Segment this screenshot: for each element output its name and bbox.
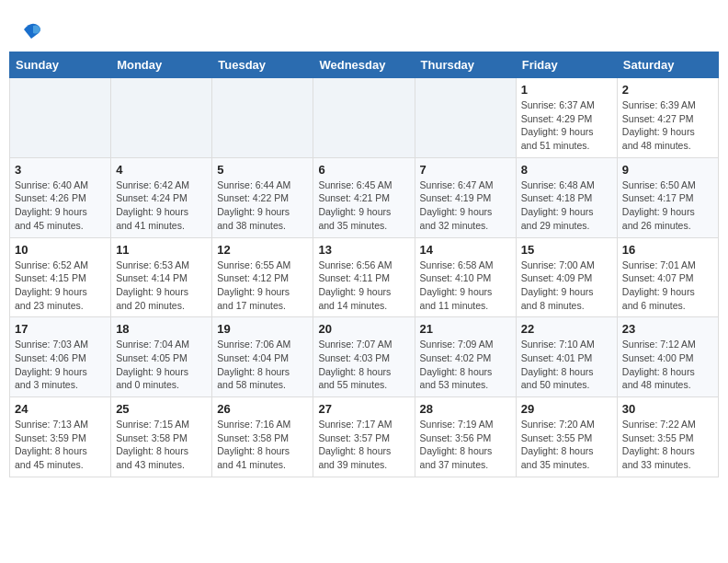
day-info: Sunrise: 7:17 AMSunset: 3:57 PMDaylight:… (318, 418, 409, 472)
day-number: 1 (521, 83, 612, 97)
day-number: 28 (420, 402, 511, 416)
table-row: 7Sunrise: 6:47 AMSunset: 4:19 PMDaylight… (415, 157, 516, 237)
day-number: 9 (622, 163, 713, 177)
day-number: 20 (318, 322, 409, 336)
day-number: 25 (116, 402, 207, 416)
day-info: Sunrise: 7:07 AMSunset: 4:03 PMDaylight:… (318, 338, 409, 392)
table-row: 28Sunrise: 7:19 AMSunset: 3:56 PMDayligh… (415, 397, 516, 477)
day-number: 24 (15, 402, 106, 416)
day-number: 15 (521, 243, 612, 257)
table-row: 10Sunrise: 6:52 AMSunset: 4:15 PMDayligh… (10, 237, 111, 317)
day-info: Sunrise: 7:12 AMSunset: 4:00 PMDaylight:… (622, 338, 713, 392)
table-row: 3Sunrise: 6:40 AMSunset: 4:26 PMDaylight… (10, 157, 111, 237)
table-row: 22Sunrise: 7:10 AMSunset: 4:01 PMDayligh… (516, 317, 617, 397)
table-row: 6Sunrise: 6:45 AMSunset: 4:21 PMDaylight… (313, 157, 415, 237)
table-row: 24Sunrise: 7:13 AMSunset: 3:59 PMDayligh… (10, 397, 111, 477)
day-info: Sunrise: 6:55 AMSunset: 4:12 PMDaylight:… (217, 259, 308, 313)
table-row: 16Sunrise: 7:01 AMSunset: 4:07 PMDayligh… (617, 237, 718, 317)
calendar: SundayMondayTuesdayWednesdayThursdayFrid… (9, 52, 719, 477)
table-row: 26Sunrise: 7:16 AMSunset: 3:58 PMDayligh… (212, 397, 313, 477)
table-row: 23Sunrise: 7:12 AMSunset: 4:00 PMDayligh… (617, 317, 718, 397)
table-row: 15Sunrise: 7:00 AMSunset: 4:09 PMDayligh… (516, 237, 617, 317)
table-row: 12Sunrise: 6:55 AMSunset: 4:12 PMDayligh… (212, 237, 313, 317)
day-number: 29 (521, 402, 612, 416)
day-info: Sunrise: 7:09 AMSunset: 4:02 PMDaylight:… (420, 338, 511, 392)
table-row: 18Sunrise: 7:04 AMSunset: 4:05 PMDayligh… (111, 317, 212, 397)
day-info: Sunrise: 6:39 AMSunset: 4:27 PMDaylight:… (622, 98, 713, 153)
table-row: 5Sunrise: 6:44 AMSunset: 4:22 PMDaylight… (212, 157, 313, 237)
table-row: 20Sunrise: 7:07 AMSunset: 4:03 PMDayligh… (313, 317, 415, 397)
table-row: 30Sunrise: 7:22 AMSunset: 3:55 PMDayligh… (617, 397, 718, 477)
table-row: 17Sunrise: 7:03 AMSunset: 4:06 PMDayligh… (10, 317, 111, 397)
day-number: 4 (116, 163, 207, 177)
day-info: Sunrise: 7:20 AMSunset: 3:55 PMDaylight:… (521, 418, 612, 472)
week-row-3: 10Sunrise: 6:52 AMSunset: 4:15 PMDayligh… (10, 237, 719, 317)
day-number: 21 (420, 322, 511, 336)
table-row: 11Sunrise: 6:53 AMSunset: 4:14 PMDayligh… (111, 237, 212, 317)
day-info: Sunrise: 6:52 AMSunset: 4:15 PMDaylight:… (15, 259, 106, 313)
day-info: Sunrise: 7:01 AMSunset: 4:07 PMDaylight:… (622, 259, 713, 313)
day-number: 18 (116, 322, 207, 336)
day-number: 27 (318, 402, 409, 416)
day-number: 10 (15, 243, 106, 257)
day-number: 5 (217, 163, 308, 177)
day-info: Sunrise: 6:53 AMSunset: 4:14 PMDaylight:… (116, 259, 207, 313)
table-row: 25Sunrise: 7:15 AMSunset: 3:58 PMDayligh… (111, 397, 212, 477)
weekday-header-friday: Friday (516, 52, 617, 78)
day-number: 16 (622, 243, 713, 257)
day-number: 17 (15, 322, 106, 336)
day-info: Sunrise: 7:06 AMSunset: 4:04 PMDaylight:… (217, 338, 308, 392)
day-number: 14 (420, 243, 511, 257)
header (9, 9, 719, 48)
day-info: Sunrise: 6:40 AMSunset: 4:26 PMDaylight:… (15, 178, 106, 233)
table-row: 13Sunrise: 6:56 AMSunset: 4:11 PMDayligh… (313, 237, 415, 317)
weekday-header-tuesday: Tuesday (212, 52, 313, 78)
table-row: 19Sunrise: 7:06 AMSunset: 4:04 PMDayligh… (212, 317, 313, 397)
table-row (313, 78, 415, 158)
day-info: Sunrise: 7:15 AMSunset: 3:58 PMDaylight:… (116, 418, 207, 472)
table-row: 2Sunrise: 6:39 AMSunset: 4:27 PMDaylight… (617, 78, 718, 158)
week-row-5: 24Sunrise: 7:13 AMSunset: 3:59 PMDayligh… (10, 397, 719, 477)
day-info: Sunrise: 7:22 AMSunset: 3:55 PMDaylight:… (622, 418, 713, 472)
table-row (415, 78, 516, 158)
table-row: 21Sunrise: 7:09 AMSunset: 4:02 PMDayligh… (415, 317, 516, 397)
day-number: 11 (116, 243, 207, 257)
day-number: 23 (622, 322, 713, 336)
day-number: 3 (15, 163, 106, 177)
day-number: 19 (217, 322, 308, 336)
day-info: Sunrise: 7:03 AMSunset: 4:06 PMDaylight:… (15, 338, 106, 392)
table-row (10, 78, 111, 158)
weekday-header-row: SundayMondayTuesdayWednesdayThursdayFrid… (10, 52, 719, 78)
weekday-header-saturday: Saturday (617, 52, 718, 78)
day-info: Sunrise: 6:37 AMSunset: 4:29 PMDaylight:… (521, 98, 612, 153)
table-row: 29Sunrise: 7:20 AMSunset: 3:55 PMDayligh… (516, 397, 617, 477)
day-info: Sunrise: 7:16 AMSunset: 3:58 PMDaylight:… (217, 418, 308, 472)
table-row (212, 78, 313, 158)
day-number: 13 (318, 243, 409, 257)
day-info: Sunrise: 7:10 AMSunset: 4:01 PMDaylight:… (521, 338, 612, 392)
day-number: 8 (521, 163, 612, 177)
day-info: Sunrise: 7:00 AMSunset: 4:09 PMDaylight:… (521, 259, 612, 313)
day-number: 6 (318, 163, 409, 177)
day-number: 30 (622, 402, 713, 416)
day-info: Sunrise: 6:50 AMSunset: 4:17 PMDaylight:… (622, 178, 713, 233)
day-info: Sunrise: 7:13 AMSunset: 3:59 PMDaylight:… (15, 418, 106, 472)
table-row: 27Sunrise: 7:17 AMSunset: 3:57 PMDayligh… (313, 397, 415, 477)
day-info: Sunrise: 6:47 AMSunset: 4:19 PMDaylight:… (420, 178, 511, 233)
day-info: Sunrise: 6:44 AMSunset: 4:22 PMDaylight:… (217, 178, 308, 233)
day-number: 2 (622, 83, 713, 97)
weekday-header-monday: Monday (111, 52, 212, 78)
day-number: 12 (217, 243, 308, 257)
week-row-1: 1Sunrise: 6:37 AMSunset: 4:29 PMDaylight… (10, 78, 719, 158)
table-row (111, 78, 212, 158)
table-row: 4Sunrise: 6:42 AMSunset: 4:24 PMDaylight… (111, 157, 212, 237)
table-row: 1Sunrise: 6:37 AMSunset: 4:29 PMDaylight… (516, 78, 617, 158)
day-info: Sunrise: 6:45 AMSunset: 4:21 PMDaylight:… (318, 178, 409, 233)
table-row: 14Sunrise: 6:58 AMSunset: 4:10 PMDayligh… (415, 237, 516, 317)
table-row: 9Sunrise: 6:50 AMSunset: 4:17 PMDaylight… (617, 157, 718, 237)
day-info: Sunrise: 6:42 AMSunset: 4:24 PMDaylight:… (116, 178, 207, 233)
week-row-4: 17Sunrise: 7:03 AMSunset: 4:06 PMDayligh… (10, 317, 719, 397)
logo (18, 18, 42, 40)
day-number: 22 (521, 322, 612, 336)
day-info: Sunrise: 6:56 AMSunset: 4:11 PMDaylight:… (318, 259, 409, 313)
